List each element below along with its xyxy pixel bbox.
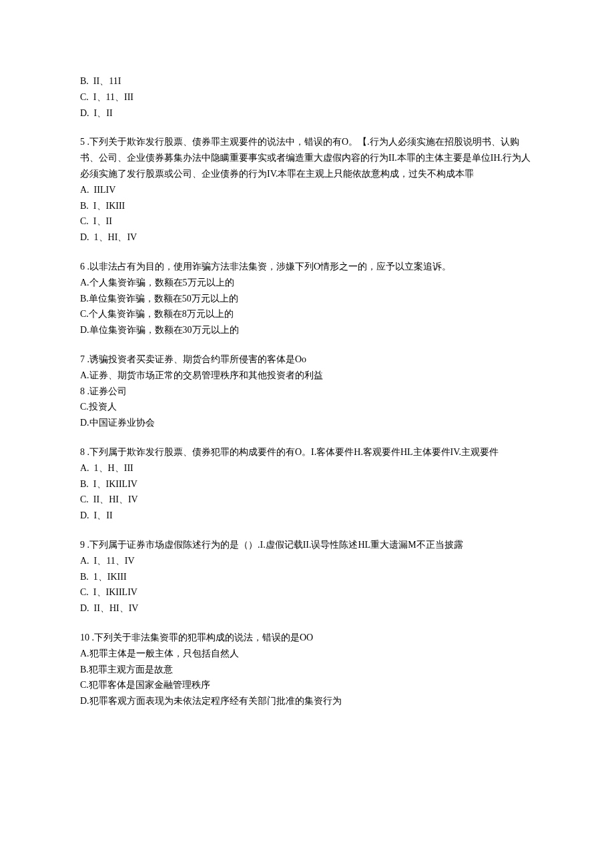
question-stem: 7 .诱骗投资者买卖证券、期货合约罪所侵害的客体是Oo	[80, 352, 534, 368]
option-c: C.投资人	[80, 399, 534, 415]
question-8: 8 .下列属于欺诈发行股票、债券犯罪的构成要件的有O。I.客体要件H.客观要件H…	[80, 444, 534, 524]
option-d: D.犯罪客观方面表现为未依法定程序经有关部门批准的集资行为	[80, 693, 534, 709]
option-d: D. I、II	[80, 508, 534, 524]
question-10: 10 .下列关于非法集资罪的犯罪构成的说法，错误的是OO A.犯罪主体是一般主体…	[80, 630, 534, 709]
question-stem: 10 .下列关于非法集资罪的犯罪构成的说法，错误的是OO	[80, 630, 534, 646]
question-stem: 8 .下列属于欺诈发行股票、债券犯罪的构成要件的有O。I.客体要件H.客观要件H…	[80, 444, 534, 460]
option-8: 8 .证券公司	[80, 384, 534, 400]
question-4-tail: B. II、11I C. I、11、III D. I、II	[80, 73, 534, 121]
option-c: C.个人集资诈骗，数额在8万元以上的	[80, 306, 534, 322]
option-b: B.犯罪主观方面是故意	[80, 662, 534, 678]
option-c: C.犯罪客体是国家金融管理秩序	[80, 677, 534, 693]
question-stem: 5 .下列关于欺诈发行股票、债券罪主观要件的说法中，错误的有O。【.行为人必须实…	[80, 134, 534, 181]
question-7: 7 .诱骗投资者买卖证券、期货合约罪所侵害的客体是Oo A.证券、期货市场正常的…	[80, 352, 534, 431]
option-a: A. 1、H、III	[80, 460, 534, 476]
option-d: D. 1、HI、IV	[80, 230, 534, 246]
option-a: A. IILIV	[80, 182, 534, 198]
option-d: D. I、II	[80, 105, 534, 121]
option-c: C. I、II	[80, 213, 534, 230]
option-c: C. I、11、III	[80, 89, 534, 105]
document-page: B. II、11I C. I、11、III D. I、II 5 .下列关于欺诈发…	[0, 0, 614, 868]
option-b: B. 1、IKIII	[80, 569, 534, 585]
question-5: 5 .下列关于欺诈发行股票、债券罪主观要件的说法中，错误的有O。【.行为人必须实…	[80, 134, 534, 246]
option-b: B. I、IKIII	[80, 198, 534, 214]
question-9: 9 .下列属于证券市场虚假陈述行为的是（）.I.虚假记载II.误导性陈述HL重大…	[80, 537, 534, 616]
option-a: A. I、11、IV	[80, 553, 534, 569]
option-d: D.中国证券业协会	[80, 415, 534, 431]
option-d: D. II、HI、IV	[80, 600, 534, 616]
question-stem: 6 .以非法占有为目的，使用诈骗方法非法集资，涉嫌下列O情形之一的，应予以立案追…	[80, 259, 534, 275]
option-a: A.犯罪主体是一般主体，只包括自然人	[80, 646, 534, 662]
question-stem: 9 .下列属于证券市场虚假陈述行为的是（）.I.虚假记载II.误导性陈述HL重大…	[80, 537, 534, 553]
option-c: C. II、HI、IV	[80, 492, 534, 508]
option-d: D.单位集资诈骗，数额在30万元以上的	[80, 322, 534, 338]
option-b: B.单位集资诈骗，数额在50万元以上的	[80, 291, 534, 307]
option-b: B. I、IKIILIV	[80, 476, 534, 492]
option-b: B. II、11I	[80, 73, 534, 89]
option-a: A.证券、期货市场正常的交易管理秩序和其他投资者的利益	[80, 368, 534, 384]
question-6: 6 .以非法占有为目的，使用诈骗方法非法集资，涉嫌下列O情形之一的，应予以立案追…	[80, 259, 534, 338]
option-a: A.个人集资诈骗，数额在5万元以上的	[80, 275, 534, 291]
option-c: C. I、IKIILIV	[80, 584, 534, 600]
